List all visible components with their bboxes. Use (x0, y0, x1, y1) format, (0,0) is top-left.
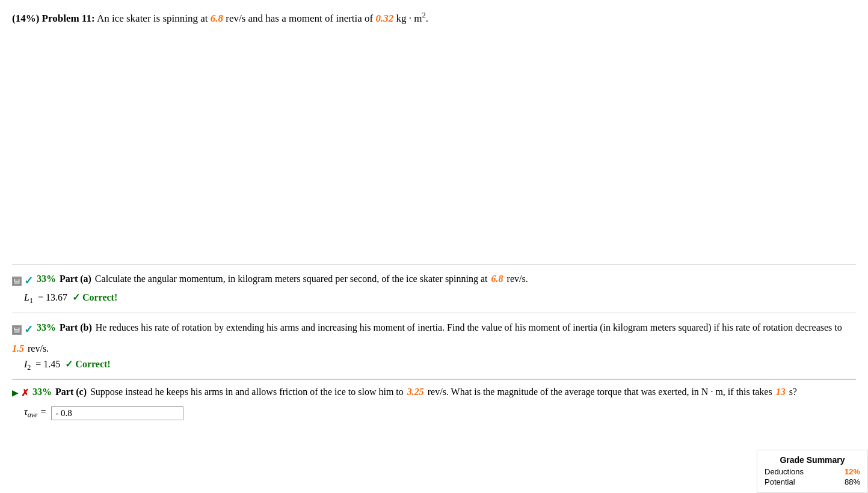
grade-potential-label: Potential (765, 477, 795, 486)
problem-header: (14%) Problem 11: An ice skater is spinn… (12, 10, 856, 26)
part-a-percent: 33% (37, 272, 56, 286)
part-c-value1: 3.25 (407, 385, 424, 399)
part-c-desc-middle: rev/s. What is the magnitude of the aver… (428, 385, 772, 399)
grade-deductions-value: 12% (845, 467, 860, 476)
grade-potential-value: 88% (845, 477, 860, 486)
part-a-answer-var: L1 (24, 292, 33, 305)
problem-value1: 6.8 (211, 13, 223, 24)
page-container: (14%) Problem 11: An ice skater is spinn… (0, 0, 868, 493)
part-b-answer-value: = 1.45 (35, 359, 60, 370)
part-a-icons: ✓ (12, 273, 33, 289)
svg-rect-4 (15, 327, 19, 329)
part-a-value: 6.8 (491, 272, 503, 286)
part-b-check-icon: ✓ (24, 322, 33, 338)
part-c-label: Part (c) (55, 385, 87, 399)
part-a-answer-value: = 13.67 (38, 292, 67, 303)
part-b-answer-var: I2 (24, 359, 31, 372)
part-a-label: Part (a) (60, 272, 91, 286)
problem-text-after-v1: rev/s and has a moment of inertia of (223, 13, 376, 24)
part-a-line: ✓ 33% Part (a) Calculate the angular mom… (12, 272, 856, 289)
tau-label: τave = (24, 406, 46, 420)
problem-percent: (14%) (12, 13, 39, 24)
part-b-percent: 33% (37, 320, 56, 335)
svg-rect-1 (15, 278, 19, 281)
part-b-section: ✓ 33% Part (b) He reduces his rate of ro… (12, 317, 856, 376)
grade-deductions-row: Deductions 12% (765, 467, 860, 476)
grade-potential-row: Potential 88% (765, 477, 860, 486)
part-c-section: ▶ ✗ 33% Part (c) Suppose instead he keep… (12, 379, 856, 420)
part-c-desc-after: s? (789, 385, 797, 399)
problem-text-after-v2: kg · m (393, 13, 422, 24)
part-c-x-icon: ✗ (21, 386, 29, 400)
part-b-desc: He reduces his rate of rotation by exten… (96, 320, 842, 335)
grade-deductions-label: Deductions (765, 467, 804, 476)
part-c-desc-before: Suppose instead he keeps his arms in and… (90, 385, 404, 399)
part-b-answer: I2 = 1.45 ✓ Correct! (24, 358, 856, 372)
part-a-answer: L1 = 13.67 ✓ Correct! (24, 292, 856, 305)
part-a-desc-before: Calculate the angular momentum, in kilog… (95, 272, 488, 286)
svg-rect-5 (14, 330, 19, 332)
empty-space (12, 32, 856, 260)
part-a-correct: ✓ Correct! (72, 292, 117, 303)
part-a-section: ✓ 33% Part (a) Calculate the angular mom… (12, 268, 856, 309)
grade-summary-box: Grade Summary Deductions 12% Potential 8… (757, 450, 868, 493)
part-b-line: ✓ 33% Part (b) He reduces his rate of ro… (12, 320, 856, 356)
tau-line: τave = (24, 406, 856, 420)
part-c-line: ▶ ✗ 33% Part (c) Suppose instead he keep… (12, 385, 856, 400)
problem-period: . (426, 13, 428, 24)
part-a-check-icon: ✓ (24, 273, 33, 289)
part-b-icons: ✓ (12, 322, 33, 338)
divider-b (12, 313, 856, 313)
problem-label: Problem 11: (42, 13, 95, 24)
problem-text-before-v1: An ice skater is spinning at (97, 13, 211, 24)
divider-a (12, 264, 856, 265)
part-c-value2: 13 (776, 385, 786, 399)
svg-rect-2 (14, 281, 19, 284)
part-b-save-icon[interactable] (12, 325, 22, 335)
part-c-percent: 33% (32, 385, 52, 399)
part-c-play-icon[interactable]: ▶ (12, 387, 19, 399)
part-b-correct: ✓ Correct! (65, 358, 110, 370)
part-b-desc-after: rev/s. (28, 341, 49, 356)
grade-summary-title: Grade Summary (765, 455, 860, 465)
part-c-icons: ▶ ✗ (12, 386, 29, 400)
part-b-value: 1.5 (12, 341, 24, 356)
part-b-label: Part (b) (60, 320, 92, 335)
part-a-desc-after: rev/s. (507, 272, 528, 286)
tau-input[interactable] (51, 406, 183, 420)
part-a-save-icon[interactable] (12, 277, 22, 286)
problem-value2: 0.32 (376, 13, 394, 24)
